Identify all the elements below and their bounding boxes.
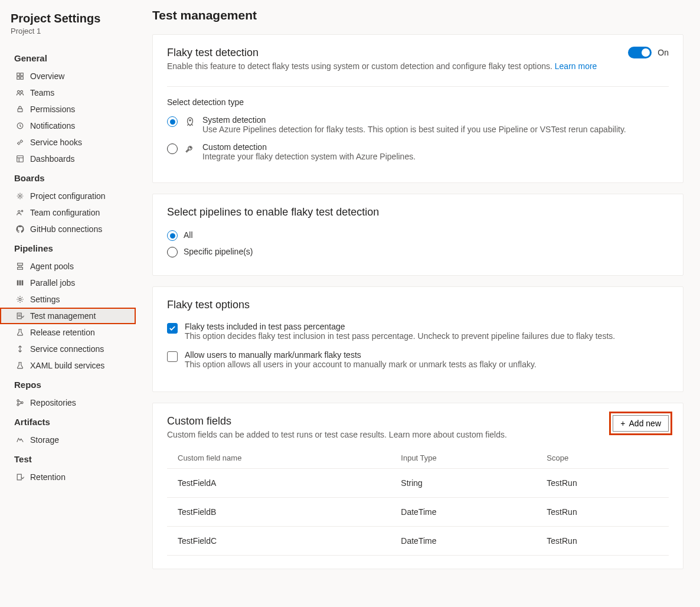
cf-cell-name: TestFieldB [167,498,391,527]
svg-rect-3 [21,77,23,79]
sidebar-item-overview[interactable]: Overview [0,68,136,84]
detection-opt-title: Custom detection [202,142,416,152]
test-mgmt-icon [15,311,25,321]
parallel-jobs-icon [15,278,25,288]
svg-rect-16 [22,280,24,286]
sidebar-group-header: General [0,47,136,68]
svg-point-17 [19,298,21,301]
svg-rect-6 [18,109,22,112]
sidebar-item-notifications[interactable]: Notifications [0,118,136,134]
sidebar-group-header: Pipelines [0,237,136,258]
sidebar-item-team-configuration[interactable]: Team configuration [0,204,136,221]
table-row[interactable]: TestFieldBDateTimeTestRun [167,498,669,527]
sidebar-item-xaml-build-services[interactable]: XAML build services [0,357,136,374]
cf-cell-scope: TestRun [537,498,669,527]
pipeline-radio[interactable] [167,230,178,241]
svg-rect-14 [17,280,19,286]
pipeline-radio[interactable] [167,247,178,257]
sidebar-item-permissions[interactable]: Permissions [0,101,136,118]
sidebar-group-header: Artifacts [0,411,136,432]
cf-cell-scope: TestRun [537,527,669,556]
sidebar-item-github-connections[interactable]: GitHub connections [0,221,136,237]
project-config-icon [15,191,25,201]
rocket-icon [185,116,195,127]
cf-cell-type: String [391,469,537,498]
detection-radio[interactable] [167,116,178,127]
cf-cell-name: TestFieldC [167,527,391,556]
sidebar-item-label: Storage [30,435,59,445]
sidebar-item-retention[interactable]: Retention [0,469,136,485]
option-checkbox[interactable] [167,323,178,334]
detection-radio[interactable] [167,143,178,154]
plus-icon: + [620,419,625,428]
wrench-icon [185,143,195,154]
permissions-icon [15,105,25,114]
sidebar-item-storage[interactable]: Storage [0,432,136,448]
svg-point-19 [17,400,19,402]
sidebar-item-dashboards[interactable]: Dashboards [0,151,136,167]
repos-icon [15,398,25,407]
dashboards-icon [15,154,25,164]
sidebar-item-label: Notifications [30,121,75,130]
sidebar-item-label: Service connections [30,344,104,354]
sidebar-item-service-hooks[interactable]: Service hooks [0,134,136,151]
sidebar: Project Settings Project 1 GeneralOvervi… [0,0,136,607]
sidebar-item-label: XAML build services [30,361,104,370]
flaky-learn-more-link[interactable]: Learn more [555,61,597,71]
table-row[interactable]: TestFieldAStringTestRun [167,469,669,498]
add-new-button[interactable]: + Add new [613,415,669,432]
flaky-toggle[interactable] [628,47,652,58]
sidebar-group-header: Boards [0,167,136,188]
flaky-title: Flaky test detection [167,47,597,59]
option-title: Flaky tests included in test pass percen… [185,322,615,331]
sidebar-item-label: Parallel jobs [30,278,75,288]
card-flaky-detection: Flaky test detection Enable this feature… [152,34,683,183]
flaky-desc: Enable this feature to detect flaky test… [167,61,597,71]
card-select-pipelines: Select pipelines to enable flaky test de… [152,194,683,276]
svg-point-11 [21,210,22,211]
option-row: Allow users to manually mark/unmark flak… [167,350,669,369]
detection-opt-desc: Integrate your flaky detection system wi… [202,152,416,161]
sidebar-item-project-configuration[interactable]: Project configuration [0,188,136,204]
option-checkbox[interactable] [167,351,178,362]
sidebar-item-label: Release retention [30,328,95,337]
svg-rect-2 [17,77,19,79]
sidebar-group-header: Repos [0,374,136,394]
cf-cell-name: TestFieldA [167,469,391,498]
svg-rect-1 [21,73,23,76]
table-row[interactable]: TestFieldCDateTimeTestRun [167,527,669,556]
sidebar-item-label: Test management [30,311,96,321]
main-content: Test management Flaky test detection Ena… [136,0,700,607]
sidebar-item-agent-pools[interactable]: Agent pools [0,258,136,275]
sidebar-item-settings[interactable]: Settings [0,291,136,308]
select-type-label: Select detection type [167,97,669,107]
sidebar-item-repositories[interactable]: Repositories [0,394,136,411]
option-desc: This option decides flaky test inclusion… [185,331,615,341]
settings-icon [15,295,25,304]
sidebar-title: Project Settings [0,12,136,27]
add-new-label: Add new [629,419,661,428]
svg-point-9 [19,195,21,197]
sidebar-item-test-management[interactable]: Test management [0,308,136,324]
sidebar-item-label: Agent pools [30,262,74,271]
sidebar-item-label: Permissions [30,105,75,114]
teams-icon [15,88,25,97]
sidebar-item-label: Dashboards [30,154,75,164]
sidebar-item-release-retention[interactable]: Release retention [0,324,136,341]
github-icon [15,224,25,234]
detection-opt-desc: Use Azure Pipelines detection for flaky … [202,125,626,134]
sidebar-item-service-connections[interactable]: Service connections [0,341,136,357]
sidebar-item-teams[interactable]: Teams [0,84,136,101]
team-config-icon [15,208,25,217]
svg-rect-0 [17,73,19,76]
cf-title: Custom fields [167,415,507,427]
flaky-toggle-wrap: On [628,47,669,58]
sidebar-item-label: GitHub connections [30,224,102,234]
option-title: Allow users to manually mark/unmark flak… [185,350,537,360]
detection-option: Custom detectionIntegrate your flaky det… [167,142,669,161]
sidebar-item-label: Settings [30,295,60,304]
svg-rect-13 [18,267,23,270]
pipeline-option: Specific pipeline(s) [167,246,669,257]
sidebar-item-parallel-jobs[interactable]: Parallel jobs [0,275,136,291]
sidebar-item-label: Teams [30,88,54,97]
